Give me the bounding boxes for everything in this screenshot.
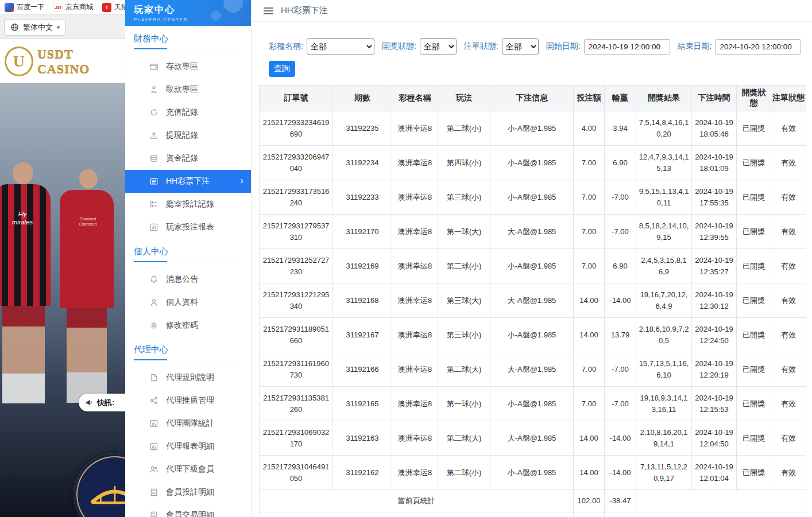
bookmark-tmall[interactable]: T天猫 xyxy=(102,2,125,12)
bet-records-table: 訂單號期數彩種名稱玩法下注信息投注額輸贏開獎結果下注時間開獎狀態注單狀態 215… xyxy=(259,85,806,517)
bet-time-cell: 2024-10-19 12:15:53 xyxy=(692,387,737,421)
play-type-cell: 第一球(大) xyxy=(438,215,490,249)
draw-status-cell: 已開獎 xyxy=(737,318,771,352)
table-row: 215217293122129534031192168澳洲幸运8第三球(大)大-… xyxy=(260,283,806,318)
table-row: 215217293118905166031192167澳洲幸运8第三球(小)小-… xyxy=(260,318,806,352)
sidebar-item[interactable]: 廳室投註記錄› xyxy=(125,193,251,216)
sidebar-item[interactable]: 個人資料› xyxy=(125,291,251,314)
column-header: 訂單號 xyxy=(260,85,333,111)
page-title: HH彩票下注 xyxy=(281,5,328,16)
table-row: 215217293104649105031192162澳洲幸运8第二球(小)小-… xyxy=(260,456,806,490)
player-legs xyxy=(2,306,45,403)
sidebar-item-label: 廳室投註記錄 xyxy=(166,199,214,209)
summary-bet-amount: 102.00 xyxy=(574,512,605,517)
draw-status-cell: 已開獎 xyxy=(737,146,771,180)
order-status-cell: 有效 xyxy=(771,387,806,421)
sidebar-item[interactable]: 代理規則說明› xyxy=(125,366,251,389)
start-date-input[interactable] xyxy=(584,39,670,55)
bet-info-cell: 小-A盤@1.985 xyxy=(490,180,574,215)
order-status-label: 注單狀態: xyxy=(464,41,498,52)
draw-status-cell: 已開獎 xyxy=(737,111,771,146)
summary-label: 當前頁統計 xyxy=(260,490,574,512)
win-loss-cell: 3.94 xyxy=(605,111,636,146)
search-button[interactable]: 查詢 xyxy=(269,61,295,77)
sidebar-item[interactable]: 提現記錄› xyxy=(125,124,251,147)
summary-row: 當前頁統計102.00-38.47 xyxy=(260,490,806,512)
period-cell: 31192234 xyxy=(333,146,392,180)
draw-status-cell: 已開獎 xyxy=(737,456,771,490)
sidebar-item[interactable]: HH彩票下注› xyxy=(125,170,251,193)
bookmark-baidu[interactable]: 百度一下 xyxy=(5,2,44,12)
start-date-label: 開始日期: xyxy=(546,41,581,52)
tmall-favicon-icon: T xyxy=(102,3,111,12)
lottery-name-cell: 澳洲幸运8 xyxy=(392,215,438,249)
bet-time-cell: 2024-10-19 12:20:19 xyxy=(692,352,737,387)
sidebar-item[interactable]: 會員投註明細› xyxy=(125,481,251,504)
win-loss-cell: -14.00 xyxy=(605,456,636,490)
sidebar-item-label: 會員交易明細 xyxy=(166,510,214,517)
sidebar-item-label: HH彩票下注 xyxy=(166,176,210,186)
sidebar-item[interactable]: 消息公告› xyxy=(125,268,251,291)
table-row: 215217293317351624031192233澳洲幸运8第三球(小)小-… xyxy=(260,180,806,215)
win-loss-cell: 13.79 xyxy=(605,318,636,352)
end-date-input[interactable] xyxy=(715,39,801,55)
draw-status-select[interactable]: 全部 xyxy=(420,38,457,55)
language-selector[interactable]: 繁体中文 ▾ xyxy=(4,19,66,36)
globe-icon xyxy=(10,23,19,32)
sidebar-item[interactable]: 充值記錄› xyxy=(125,101,251,124)
people-icon xyxy=(149,465,158,474)
bet-time-cell: 2024-10-19 18:01:09 xyxy=(692,146,737,180)
sidebar-item-label: 代理團隊統計 xyxy=(166,418,214,429)
period-cell: 31192233 xyxy=(333,180,392,215)
sidebar-item[interactable]: 代理推廣管理› xyxy=(125,389,251,412)
sidebar-item[interactable]: 代理報表明細› xyxy=(125,435,251,458)
sidebar-item[interactable]: 玩家投注報表› xyxy=(125,216,251,239)
filter-bar: 彩種名稱: 全部 開獎狀態: 全部 注單狀態: 全部 開始日期: 結束日期: xyxy=(252,22,812,55)
summary-label: 總統計 xyxy=(260,512,574,517)
casino-logo-text: USDT CASINO xyxy=(37,46,125,76)
sidebar-item[interactable]: 會員交易明細› xyxy=(125,504,251,517)
bet-amount-cell: 14.00 xyxy=(574,283,605,318)
lottery-name-select[interactable]: 全部 xyxy=(307,38,374,55)
draw-status-cell: 已開獎 xyxy=(737,352,771,387)
bet-amount-cell: 7.00 xyxy=(574,387,605,421)
player-head xyxy=(79,169,98,189)
sidebar-item-label: 代理推廣管理 xyxy=(166,395,214,406)
sidebar-item[interactable]: 代理團隊統計› xyxy=(125,412,251,435)
sidebar-item[interactable]: 取款專區› xyxy=(125,78,251,101)
bet-info-cell: 大-A盤@1.985 xyxy=(490,352,574,387)
sidebar-header: 玩家中心 PLAYERS CENTER xyxy=(125,0,251,26)
draw-result-cell: 8,5,18,2,14,10,9,15 xyxy=(636,215,692,249)
football-hero-image: Fly mirates Standard Chartered xyxy=(0,83,125,517)
bookmark-jd[interactable]: JD京东商城 xyxy=(53,2,93,12)
sidebar-item[interactable]: 修改密碼› xyxy=(125,314,251,337)
lottery-name-cell: 澳洲幸运8 xyxy=(392,146,438,180)
doc-lines-icon xyxy=(149,488,158,497)
bet-table-body: 215217293323461969031192235澳洲幸运8第二球(小)小-… xyxy=(260,111,806,517)
ticket-icon xyxy=(149,177,158,186)
win-loss-cell: -14.00 xyxy=(605,283,636,318)
news-ticker[interactable]: 快訊: xyxy=(79,394,125,411)
bookmark-label: 京东商城 xyxy=(65,2,93,12)
order-no-cell: 2152172931046491050 xyxy=(260,456,333,490)
table-header-row: 訂單號期數彩種名稱玩法下注信息投注額輸贏開獎結果下注時間開獎狀態注單狀態 xyxy=(260,85,806,111)
bet-amount-cell: 14.00 xyxy=(574,456,605,490)
chart-box-icon xyxy=(149,442,158,451)
bet-info-cell: 大-A盤@1.985 xyxy=(490,215,574,249)
order-no-cell: 2152172931069032170 xyxy=(260,421,333,456)
table-row: 215217293113538126031192165澳洲幸运8第一球(小)小-… xyxy=(260,387,806,421)
order-status-select[interactable]: 全部 xyxy=(502,38,539,55)
sidebar-item[interactable]: 資金記錄› xyxy=(125,147,251,170)
column-header: 輸贏 xyxy=(605,85,636,111)
order-no-cell: 2152172931252727230 xyxy=(260,249,333,283)
draw-result-cell: 2,4,5,3,15,8,16,9 xyxy=(636,249,692,283)
sidebar-item[interactable]: 代理下級會員› xyxy=(125,458,251,481)
sidebar-item-label: 充值記錄 xyxy=(166,107,198,118)
sidebar-section-title: 財務中心 xyxy=(134,33,242,49)
menu-toggle-icon[interactable] xyxy=(264,10,273,11)
play-type-cell: 第二球(大) xyxy=(438,421,490,456)
sidebar-item[interactable]: 存款專區› xyxy=(125,55,251,78)
players-center-subtitle: PLAYERS CENTER xyxy=(134,17,251,22)
play-type-cell: 第二球(大) xyxy=(438,352,490,387)
win-loss-cell: 6.90 xyxy=(605,249,636,283)
